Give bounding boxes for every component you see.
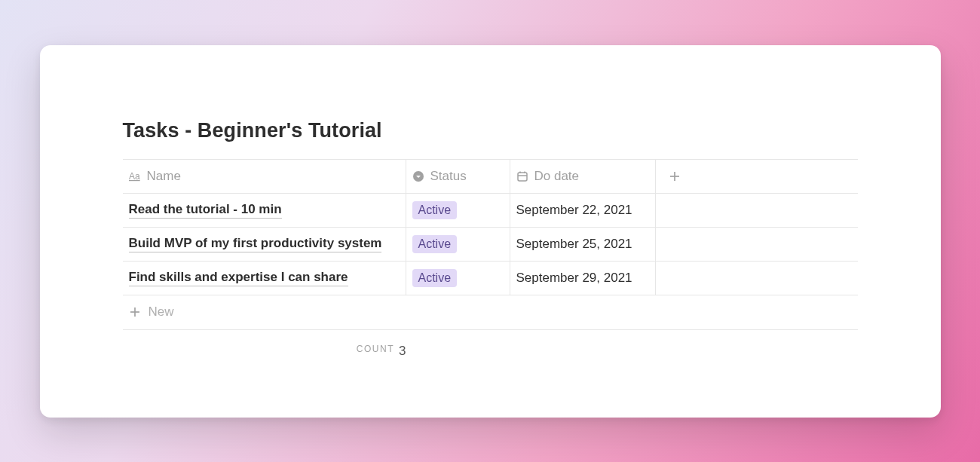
- new-row-button[interactable]: New: [123, 295, 858, 330]
- column-label: Do date: [534, 169, 580, 184]
- plus-icon: [129, 306, 141, 318]
- cell-name[interactable]: Find skills and expertise I can share: [123, 262, 406, 295]
- date-text: September 22, 2021: [516, 203, 632, 218]
- new-label: New: [149, 304, 174, 320]
- column-label: Name: [147, 169, 181, 184]
- task-name: Build MVP of my first productivity syste…: [129, 236, 382, 252]
- dropdown-icon: [412, 170, 424, 182]
- add-column-button[interactable]: [656, 160, 694, 193]
- column-header-status[interactable]: Status: [406, 160, 510, 193]
- page-title: Tasks - Beginner's Tutorial: [123, 119, 858, 142]
- count-label: count: [357, 344, 394, 359]
- svg-text:Aa: Aa: [129, 171, 140, 182]
- date-text: September 29, 2021: [516, 271, 632, 286]
- date-text: September 25, 2021: [516, 237, 632, 252]
- table-row[interactable]: Build MVP of my first productivity syste…: [123, 228, 858, 262]
- table-row[interactable]: Read the tutorial - 10 min Active Septem…: [123, 194, 858, 228]
- cell-date[interactable]: September 25, 2021: [510, 228, 656, 261]
- cell-status[interactable]: Active: [406, 194, 510, 227]
- column-header-name[interactable]: Aa Name: [123, 160, 406, 193]
- task-name: Find skills and expertise I can share: [129, 270, 348, 286]
- cell-empty: [656, 262, 858, 295]
- plus-icon: [669, 170, 681, 182]
- status-badge: Active: [412, 235, 458, 253]
- task-name: Read the tutorial - 10 min: [129, 202, 282, 219]
- cell-date[interactable]: September 22, 2021: [510, 194, 656, 227]
- svg-rect-2: [518, 173, 527, 181]
- calendar-icon: [516, 170, 528, 182]
- cell-date[interactable]: September 29, 2021: [510, 262, 656, 295]
- column-label: Status: [430, 169, 467, 184]
- text-icon: Aa: [129, 171, 141, 182]
- status-badge: Active: [412, 201, 458, 219]
- cell-empty: [656, 194, 858, 227]
- status-badge: Active: [412, 269, 458, 287]
- cell-status[interactable]: Active: [406, 262, 510, 295]
- tasks-table: Aa Name Status: [123, 159, 858, 359]
- count-value: 3: [399, 344, 406, 359]
- table-footer: count 3: [123, 330, 406, 359]
- page-card: Tasks - Beginner's Tutorial Aa Name: [40, 45, 941, 418]
- column-header-date[interactable]: Do date: [510, 160, 656, 193]
- cell-name[interactable]: Build MVP of my first productivity syste…: [123, 228, 406, 261]
- table-row[interactable]: Find skills and expertise I can share Ac…: [123, 262, 858, 295]
- cell-status[interactable]: Active: [406, 228, 510, 261]
- cell-name[interactable]: Read the tutorial - 10 min: [123, 194, 406, 227]
- table-header: Aa Name Status: [123, 160, 858, 194]
- cell-empty: [656, 228, 858, 261]
